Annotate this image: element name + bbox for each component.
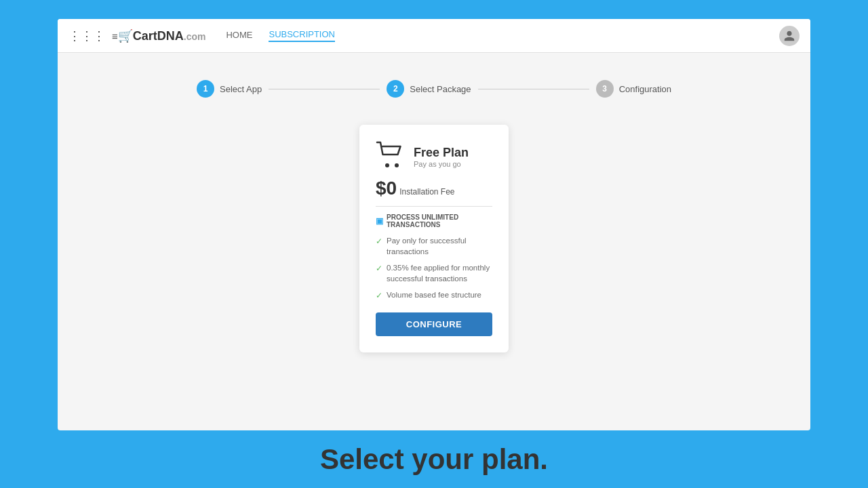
feature-3: ✓ Volume based fee structure [376,289,492,302]
badge-icon: ▣ [376,216,383,226]
main-container: ⋮⋮⋮ ≡🛒CartDNA.com HOME SUBSCRIPTION 1 Se… [58,19,810,430]
check-icon-1: ✓ [376,236,382,247]
step-line-2 [478,89,589,89]
step-2: 2 Select Package [387,80,471,98]
feature-1-text: Pay only for successful transactions [387,235,492,257]
plan-badge: ▣ PROCESS UNLIMITED TRANSACTIONS [376,214,492,228]
step-1-label: Select App [220,84,262,94]
plan-title: Free Plan [414,146,469,160]
step-1: 1 Select App [197,80,262,98]
check-icon-3: ✓ [376,290,382,302]
caption-text: Select your plan. [320,443,548,476]
logo-text: ≡🛒CartDNA.com [112,28,205,43]
plan-price: $0 [376,178,397,199]
step-2-label: Select Package [410,84,471,94]
svg-point-1 [395,163,399,167]
plan-card: Free Plan Pay as you go $0 Installation … [359,125,509,352]
logo: ≡🛒CartDNA.com [112,28,205,43]
logo-domain: .com [184,31,206,42]
step-3: 3 Configuration [596,80,671,98]
grid-icon[interactable]: ⋮⋮⋮ [68,28,105,43]
content-area: 1 Select App 2 Select Package 3 Configur… [58,53,810,366]
plan-title-block: Free Plan Pay as you go [414,146,469,168]
nav-subscription[interactable]: SUBSCRIPTION [269,29,335,42]
feature-3-text: Volume based fee structure [387,289,481,300]
check-icon-2: ✓ [376,263,382,274]
nav-home[interactable]: HOME [226,30,252,41]
plan-features: ✓ Pay only for successful transactions ✓… [376,235,492,302]
feature-2: ✓ 0.35% fee applied for monthly successf… [376,262,492,284]
badge-text: PROCESS UNLIMITED TRANSACTIONS [387,214,492,228]
step-3-label: Configuration [619,84,671,94]
step-1-circle: 1 [197,80,214,98]
plan-divider [376,206,492,207]
step-line-1 [269,89,380,89]
bottom-caption: Select your plan. [0,430,868,488]
nav-links: HOME SUBSCRIPTION [226,29,335,42]
plan-subtitle: Pay as you go [414,160,469,168]
cart-icon [376,141,406,172]
stepper: 1 Select App 2 Select Package 3 Configur… [197,80,671,98]
configure-button[interactable]: CONFIGURE [376,312,492,336]
user-avatar[interactable] [779,26,800,46]
feature-1: ✓ Pay only for successful transactions [376,235,492,257]
step-2-circle: 2 [387,80,404,98]
feature-2-text: 0.35% fee applied for monthly successful… [387,262,492,284]
logo-brand: CartDNA [133,29,184,43]
plan-header: Free Plan Pay as you go [376,141,492,172]
svg-point-0 [385,163,389,167]
navbar: ⋮⋮⋮ ≡🛒CartDNA.com HOME SUBSCRIPTION [58,19,810,53]
plan-price-row: $0 Installation Fee [376,178,492,199]
plan-price-label: Installation Fee [399,187,454,197]
step-3-circle: 3 [596,80,614,98]
